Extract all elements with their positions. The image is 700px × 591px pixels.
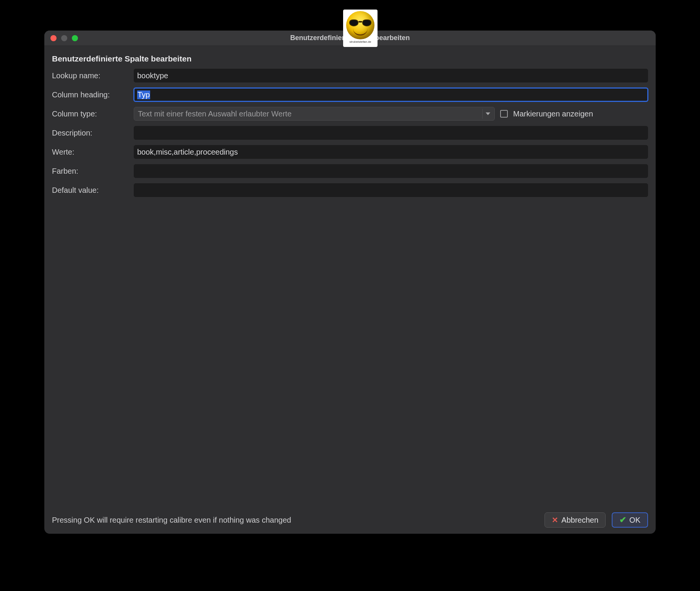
- cancel-icon: ✕: [552, 515, 558, 525]
- chevron-down-icon: [482, 109, 493, 119]
- check-icon: ✔: [619, 515, 626, 525]
- show-marks-checkbox[interactable]: [500, 110, 508, 118]
- default-value-label: Default value:: [52, 186, 130, 195]
- column-heading-selected-text: Typ: [137, 90, 150, 99]
- ok-button[interactable]: ✔ OK: [612, 512, 648, 528]
- cancel-button[interactable]: ✕ Abbrechen: [544, 512, 606, 528]
- section-heading: Benutzerdefinierte Spalte bearbeiten: [52, 54, 648, 63]
- column-heading-label: Column heading:: [52, 90, 130, 99]
- lookup-name-label: Lookup name:: [52, 71, 130, 80]
- column-type-label: Column type:: [52, 110, 130, 118]
- cancel-button-label: Abbrechen: [561, 516, 598, 525]
- description-input[interactable]: [134, 126, 648, 140]
- dialog-window: Benutzerdefinierte Spalte bearbeiten Ben…: [44, 31, 656, 534]
- watermark-caption: strobelstefan.de: [350, 40, 371, 44]
- description-label: Description:: [52, 129, 130, 137]
- watermark-badge: strobelstefan.de: [343, 10, 378, 47]
- show-marks-label: Markierungen anzeigen: [513, 110, 593, 118]
- colors-label: Farben:: [52, 167, 130, 176]
- column-heading-input[interactable]: Typ: [134, 88, 648, 102]
- lookup-name-input[interactable]: [134, 69, 648, 82]
- column-type-selected: Text mit einer festen Auswahl erlaubter …: [138, 110, 292, 118]
- column-type-select[interactable]: Text mit einer festen Auswahl erlaubter …: [134, 107, 495, 121]
- restart-note: Pressing OK will require restarting cali…: [52, 515, 291, 525]
- colors-input[interactable]: [134, 164, 648, 178]
- values-label: Werte:: [52, 148, 130, 157]
- default-value-input[interactable]: [134, 183, 648, 197]
- ok-button-label: OK: [629, 516, 640, 525]
- values-input[interactable]: [134, 145, 648, 159]
